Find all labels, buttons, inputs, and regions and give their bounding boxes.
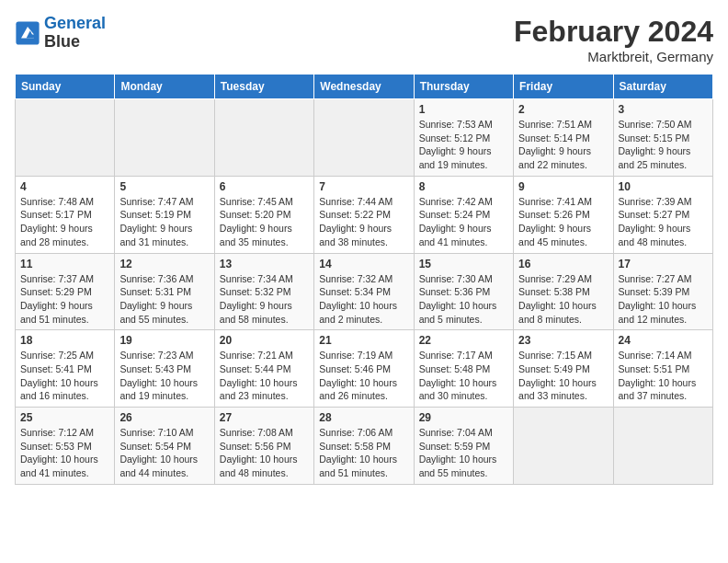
- calendar-table: SundayMondayTuesdayWednesdayThursdayFrid…: [15, 74, 713, 485]
- calendar-cell: 21Sunrise: 7:19 AM Sunset: 5:46 PM Dayli…: [314, 330, 414, 408]
- calendar-week-row: 4Sunrise: 7:48 AM Sunset: 5:17 PM Daylig…: [16, 176, 713, 253]
- day-info: Sunrise: 7:51 AM Sunset: 5:14 PM Dayligh…: [518, 118, 608, 172]
- calendar-cell: 27Sunrise: 7:08 AM Sunset: 5:56 PM Dayli…: [214, 408, 313, 485]
- calendar-cell: 11Sunrise: 7:37 AM Sunset: 5:29 PM Dayli…: [16, 253, 115, 330]
- calendar-cell: 1Sunrise: 7:53 AM Sunset: 5:12 PM Daylig…: [414, 99, 513, 177]
- calendar-cell: 5Sunrise: 7:47 AM Sunset: 5:19 PM Daylig…: [115, 176, 214, 253]
- day-info: Sunrise: 7:30 AM Sunset: 5:36 PM Dayligh…: [419, 272, 508, 327]
- day-number: 29: [419, 411, 508, 424]
- day-number: 25: [20, 411, 109, 424]
- day-info: Sunrise: 7:45 AM Sunset: 5:20 PM Dayligh…: [220, 195, 309, 249]
- calendar-cell: 15Sunrise: 7:30 AM Sunset: 5:36 PM Dayli…: [414, 253, 513, 330]
- logo-blue: Blue: [44, 33, 106, 52]
- day-number: 27: [220, 411, 309, 424]
- day-number: 16: [518, 258, 608, 270]
- logo: General Blue: [15, 15, 106, 52]
- calendar-week-row: 25Sunrise: 7:12 AM Sunset: 5:53 PM Dayli…: [16, 408, 713, 485]
- day-info: Sunrise: 7:17 AM Sunset: 5:48 PM Dayligh…: [419, 349, 508, 403]
- month-year-title: February 2024: [514, 15, 713, 49]
- calendar-cell: 6Sunrise: 7:45 AM Sunset: 5:20 PM Daylig…: [214, 176, 313, 253]
- calendar-cell: [115, 99, 214, 177]
- calendar-cell: 19Sunrise: 7:23 AM Sunset: 5:43 PM Dayli…: [115, 330, 214, 408]
- day-number: 21: [319, 334, 408, 347]
- logo-general: General: [44, 14, 106, 32]
- day-info: Sunrise: 7:39 AM Sunset: 5:27 PM Dayligh…: [619, 195, 708, 249]
- day-number: 28: [319, 411, 408, 424]
- day-of-week-header: Wednesday: [314, 75, 414, 99]
- page-header: General Blue February 2024 Marktbreit, G…: [15, 15, 713, 64]
- day-info: Sunrise: 7:44 AM Sunset: 5:22 PM Dayligh…: [319, 195, 408, 249]
- day-number: 17: [619, 258, 708, 270]
- header-row: SundayMondayTuesdayWednesdayThursdayFrid…: [16, 75, 713, 99]
- calendar-cell: 14Sunrise: 7:32 AM Sunset: 5:34 PM Dayli…: [314, 253, 414, 330]
- day-of-week-header: Monday: [115, 75, 214, 99]
- day-info: Sunrise: 7:10 AM Sunset: 5:54 PM Dayligh…: [119, 426, 209, 480]
- day-number: 10: [619, 180, 708, 193]
- day-of-week-header: Tuesday: [214, 75, 313, 99]
- logo-text: General Blue: [44, 15, 106, 52]
- calendar-week-row: 11Sunrise: 7:37 AM Sunset: 5:29 PM Dayli…: [16, 253, 713, 330]
- day-number: 3: [619, 103, 708, 116]
- day-info: Sunrise: 7:06 AM Sunset: 5:58 PM Dayligh…: [319, 426, 408, 480]
- day-info: Sunrise: 7:37 AM Sunset: 5:29 PM Dayligh…: [20, 272, 109, 327]
- day-number: 5: [119, 180, 209, 193]
- day-number: 13: [220, 258, 309, 270]
- calendar-cell: 3Sunrise: 7:50 AM Sunset: 5:15 PM Daylig…: [613, 99, 712, 177]
- day-number: 9: [518, 180, 608, 193]
- day-info: Sunrise: 7:25 AM Sunset: 5:41 PM Dayligh…: [20, 349, 109, 403]
- calendar-cell: 13Sunrise: 7:34 AM Sunset: 5:32 PM Dayli…: [214, 253, 313, 330]
- day-number: 8: [419, 180, 508, 193]
- day-info: Sunrise: 7:29 AM Sunset: 5:38 PM Dayligh…: [518, 272, 608, 327]
- day-info: Sunrise: 7:53 AM Sunset: 5:12 PM Dayligh…: [419, 118, 508, 172]
- day-number: 11: [20, 258, 109, 270]
- calendar-week-row: 18Sunrise: 7:25 AM Sunset: 5:41 PM Dayli…: [16, 330, 713, 408]
- calendar-cell: 25Sunrise: 7:12 AM Sunset: 5:53 PM Dayli…: [16, 408, 115, 485]
- day-number: 6: [220, 180, 309, 193]
- day-of-week-header: Sunday: [16, 75, 115, 99]
- calendar-cell: 12Sunrise: 7:36 AM Sunset: 5:31 PM Dayli…: [115, 253, 214, 330]
- calendar-cell: 2Sunrise: 7:51 AM Sunset: 5:14 PM Daylig…: [514, 99, 613, 177]
- day-info: Sunrise: 7:19 AM Sunset: 5:46 PM Dayligh…: [319, 349, 408, 403]
- calendar-cell: 17Sunrise: 7:27 AM Sunset: 5:39 PM Dayli…: [613, 253, 712, 330]
- day-info: Sunrise: 7:15 AM Sunset: 5:49 PM Dayligh…: [518, 349, 608, 403]
- day-number: 18: [20, 334, 109, 347]
- calendar-cell: [214, 99, 313, 177]
- calendar-cell: 20Sunrise: 7:21 AM Sunset: 5:44 PM Dayli…: [214, 330, 313, 408]
- day-number: 26: [119, 411, 209, 424]
- day-info: Sunrise: 7:34 AM Sunset: 5:32 PM Dayligh…: [220, 272, 309, 327]
- calendar-cell: [314, 99, 414, 177]
- day-info: Sunrise: 7:41 AM Sunset: 5:26 PM Dayligh…: [518, 195, 608, 249]
- day-number: 19: [119, 334, 209, 347]
- calendar-cell: 28Sunrise: 7:06 AM Sunset: 5:58 PM Dayli…: [314, 408, 414, 485]
- day-info: Sunrise: 7:08 AM Sunset: 5:56 PM Dayligh…: [220, 426, 309, 480]
- calendar-body: 1Sunrise: 7:53 AM Sunset: 5:12 PM Daylig…: [16, 99, 713, 485]
- day-info: Sunrise: 7:14 AM Sunset: 5:51 PM Dayligh…: [619, 349, 708, 403]
- day-info: Sunrise: 7:47 AM Sunset: 5:19 PM Dayligh…: [119, 195, 209, 249]
- day-info: Sunrise: 7:21 AM Sunset: 5:44 PM Dayligh…: [220, 349, 309, 403]
- calendar-cell: 16Sunrise: 7:29 AM Sunset: 5:38 PM Dayli…: [514, 253, 613, 330]
- day-number: 24: [619, 334, 708, 347]
- calendar-cell: 4Sunrise: 7:48 AM Sunset: 5:17 PM Daylig…: [16, 176, 115, 253]
- calendar-cell: 24Sunrise: 7:14 AM Sunset: 5:51 PM Dayli…: [613, 330, 712, 408]
- title-block: February 2024 Marktbreit, Germany: [514, 15, 713, 64]
- calendar-cell: 10Sunrise: 7:39 AM Sunset: 5:27 PM Dayli…: [613, 176, 712, 253]
- day-number: 20: [220, 334, 309, 347]
- day-info: Sunrise: 7:36 AM Sunset: 5:31 PM Dayligh…: [119, 272, 209, 327]
- day-info: Sunrise: 7:32 AM Sunset: 5:34 PM Dayligh…: [319, 272, 408, 327]
- calendar-cell: [514, 408, 613, 485]
- calendar-header: SundayMondayTuesdayWednesdayThursdayFrid…: [16, 75, 713, 99]
- calendar-cell: 26Sunrise: 7:10 AM Sunset: 5:54 PM Dayli…: [115, 408, 214, 485]
- day-info: Sunrise: 7:48 AM Sunset: 5:17 PM Dayligh…: [20, 195, 109, 249]
- day-number: 12: [119, 258, 209, 270]
- calendar-cell: 9Sunrise: 7:41 AM Sunset: 5:26 PM Daylig…: [514, 176, 613, 253]
- day-info: Sunrise: 7:23 AM Sunset: 5:43 PM Dayligh…: [119, 349, 209, 403]
- day-info: Sunrise: 7:50 AM Sunset: 5:15 PM Dayligh…: [619, 118, 708, 172]
- calendar-cell: 29Sunrise: 7:04 AM Sunset: 5:59 PM Dayli…: [414, 408, 513, 485]
- calendar-cell: 7Sunrise: 7:44 AM Sunset: 5:22 PM Daylig…: [314, 176, 414, 253]
- calendar-cell: [613, 408, 712, 485]
- logo-icon: [15, 20, 40, 46]
- day-of-week-header: Saturday: [613, 75, 712, 99]
- day-info: Sunrise: 7:42 AM Sunset: 5:24 PM Dayligh…: [419, 195, 508, 249]
- location-subtitle: Marktbreit, Germany: [514, 49, 713, 64]
- day-of-week-header: Friday: [514, 75, 613, 99]
